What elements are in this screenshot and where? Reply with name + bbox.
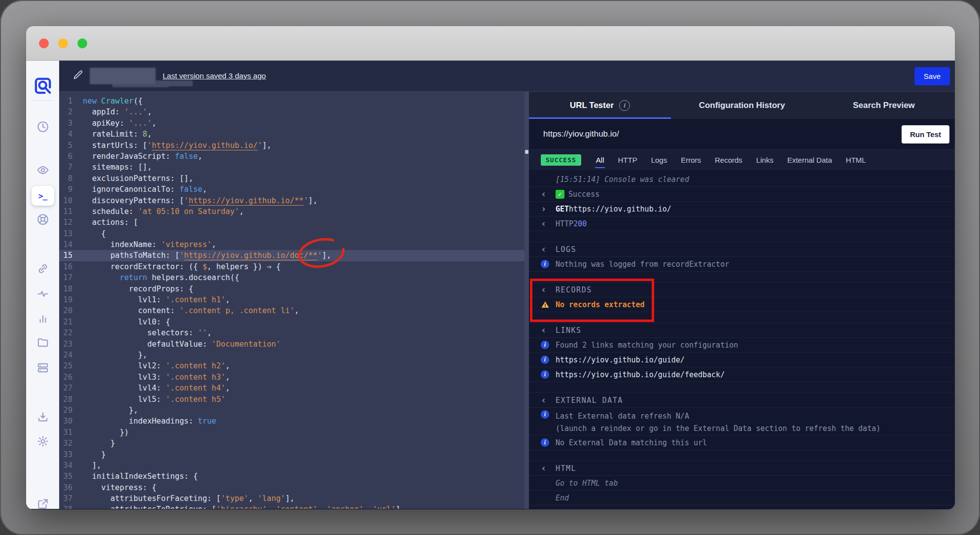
sidebar-item-help[interactable] <box>26 213 59 228</box>
test-url-input[interactable]: https://yiov.github.io/ <box>543 129 902 139</box>
console-spacer <box>529 312 955 323</box>
info-icon[interactable]: i <box>619 100 630 111</box>
sidebar-item-analytics[interactable] <box>26 313 59 327</box>
code-line-3[interactable]: 3 apiKey: '...', <box>59 118 525 129</box>
line-number: 9 <box>59 184 83 195</box>
filter-tab-html[interactable]: HTML <box>846 150 866 170</box>
filter-tab-links[interactable]: Links <box>756 150 773 170</box>
code-line-33[interactable]: 33 } <box>59 449 525 460</box>
sidebar-item-links[interactable] <box>26 262 59 277</box>
maximize-window-button[interactable] <box>77 38 87 48</box>
code-line-13[interactable]: 13 { <box>59 228 525 239</box>
lifebuoy-icon <box>36 213 49 228</box>
code-line-37[interactable]: 37 attributesForFaceting: ['type', 'lang… <box>59 493 525 504</box>
code-line-28[interactable]: 28 lvl5: '.content h5' <box>59 394 525 405</box>
code-line-14[interactable]: 14 indexName: 'vitepress', <box>59 239 525 250</box>
filter-tab-errors[interactable]: Errors <box>681 150 701 170</box>
code-line-16[interactable]: 16 recordExtractor: ({ $, helpers }) ⇒ { <box>59 261 525 272</box>
collapse-chevron-icon[interactable]: ‹ <box>541 325 546 335</box>
tab-url-tester[interactable]: URL Testeri <box>529 92 671 119</box>
filter-tab-http[interactable]: HTTP <box>618 150 637 170</box>
line-number: 35 <box>59 471 83 482</box>
line-number: 29 <box>59 405 83 416</box>
success-check-icon: ✓ <box>556 190 564 199</box>
collapse-chevron-icon[interactable]: ‹ <box>541 219 546 228</box>
tab-search-preview[interactable]: Search Preview <box>813 92 955 119</box>
collapse-chevron-icon[interactable]: ‹ <box>541 464 546 473</box>
code-line-18[interactable]: 18 recordProps: { <box>59 284 525 294</box>
code-line-27[interactable]: 27 lvl4: '.content h4', <box>59 383 525 393</box>
minimize-window-button[interactable] <box>58 38 68 48</box>
last-version-saved-link[interactable]: Last version saved 3 days ago <box>163 71 266 80</box>
code-line-31[interactable]: 31 }) <box>59 427 525 438</box>
sidebar-item-history[interactable] <box>26 120 59 135</box>
tab-configuration-history[interactable]: Configuration History <box>671 92 813 119</box>
line-number: 32 <box>59 438 83 449</box>
code-line-22[interactable]: 22 selectors: '', <box>59 327 525 338</box>
code-line-36[interactable]: 36 vitepress: { <box>59 482 525 493</box>
code-line-11[interactable]: 11 schedule: 'at 05:10 on Saturday', <box>59 206 525 217</box>
code-line-19[interactable]: 19 lvl1: '.content h1', <box>59 294 525 305</box>
console-row: ‹EXTERNAL DATA <box>529 393 955 408</box>
code-line-24[interactable]: 24 }, <box>59 350 525 360</box>
close-window-button[interactable] <box>39 38 49 48</box>
filter-tab-external-data[interactable]: External Data <box>787 150 832 170</box>
code-line-23[interactable]: 23 defaultValue: 'Documentation' <box>59 339 525 350</box>
sidebar-item-monitoring[interactable] <box>26 287 59 302</box>
code-line-12[interactable]: 12 actions: [ <box>59 217 525 228</box>
code-line-6[interactable]: 6 renderJavaScript: false, <box>59 151 525 162</box>
sidebar-item-overview[interactable] <box>26 164 59 178</box>
line-number: 12 <box>59 217 83 228</box>
sidebar-item-settings[interactable] <box>26 435 59 450</box>
code-line-25[interactable]: 25 lvl2: '.content h2', <box>59 360 525 371</box>
code-line-29[interactable]: 29 }, <box>59 405 525 416</box>
editor-scrollbar[interactable] <box>525 92 529 509</box>
sidebar-item-export[interactable] <box>26 411 59 426</box>
code-line-15[interactable]: 15 pathsToMatch: ['https://yiov.github.i… <box>59 250 525 261</box>
editor-scrollbar-handle[interactable] <box>525 150 528 154</box>
warning-icon <box>541 300 550 309</box>
save-button[interactable]: Save <box>914 67 950 85</box>
line-number: 15 <box>59 250 83 261</box>
filter-tab-records[interactable]: Records <box>715 150 742 170</box>
line-number: 3 <box>59 118 83 129</box>
code-line-10[interactable]: 10 discoveryPatterns: ['https://yiov.git… <box>59 195 525 206</box>
code-line-35[interactable]: 35 initialIndexSettings: { <box>59 471 525 482</box>
code-line-5[interactable]: 5 startUrls: ['https://yiov.github.io/']… <box>59 140 525 151</box>
code-line-4[interactable]: 4 rateLimit: 8, <box>59 129 525 140</box>
expand-chevron-icon[interactable]: › <box>541 204 546 214</box>
code-line-8[interactable]: 8 exclusionPatterns: [], <box>59 173 525 184</box>
collapse-chevron-icon[interactable]: ‹ <box>541 285 546 294</box>
collapse-chevron-icon[interactable]: ‹ <box>541 245 546 254</box>
collapse-chevron-icon[interactable]: ‹ <box>541 395 546 405</box>
code-line-7[interactable]: 7 sitemaps: [], <box>59 162 525 173</box>
line-number: 26 <box>59 372 83 383</box>
url-tester-panel: URL TesteriConfiguration HistorySearch P… <box>529 92 955 509</box>
line-number: 20 <box>59 305 83 316</box>
filter-tab-all[interactable]: All <box>596 150 604 170</box>
code-line-26[interactable]: 26 lvl3: '.content h3', <box>59 372 525 383</box>
collapse-chevron-icon[interactable]: ‹ <box>541 189 546 199</box>
sidebar-item-external-link[interactable] <box>26 498 59 509</box>
filter-tab-logs[interactable]: Logs <box>651 150 667 170</box>
code-line-1[interactable]: 1new Crawler({ <box>59 96 525 107</box>
edit-name-icon[interactable] <box>72 69 84 83</box>
run-test-button[interactable]: Run Test <box>902 125 949 143</box>
sidebar-item-indices[interactable] <box>26 361 59 376</box>
code-line-34[interactable]: 34 ], <box>59 460 525 471</box>
sidebar-item-data-sources[interactable] <box>26 336 59 351</box>
code-line-32[interactable]: 32 } <box>59 438 525 449</box>
sidebar-item-code-editor[interactable]: >_ <box>26 186 59 206</box>
line-number: 37 <box>59 493 83 504</box>
code-line-20[interactable]: 20 content: '.content p, .content li', <box>59 305 525 316</box>
code-line-21[interactable]: 21 lvl0: { <box>59 317 525 327</box>
console-row: ‹LINKS <box>529 323 955 338</box>
console-row: Go to HTML tab <box>529 476 955 491</box>
code-line-30[interactable]: 30 indexHeadings: true <box>59 416 525 427</box>
code-editor[interactable]: 1new Crawler({2 appId: '...',3 apiKey: '… <box>59 92 525 509</box>
code-line-17[interactable]: 17 return helpers.docsearch({ <box>59 272 525 283</box>
code-line-2[interactable]: 2 appId: '...', <box>59 107 525 117</box>
folder-icon <box>36 336 49 351</box>
code-line-9[interactable]: 9 ignoreCanonicalTo: false, <box>59 184 525 195</box>
code-line-38[interactable]: 38 attributesToRetrieve: ['hierarchy', '… <box>59 504 525 509</box>
